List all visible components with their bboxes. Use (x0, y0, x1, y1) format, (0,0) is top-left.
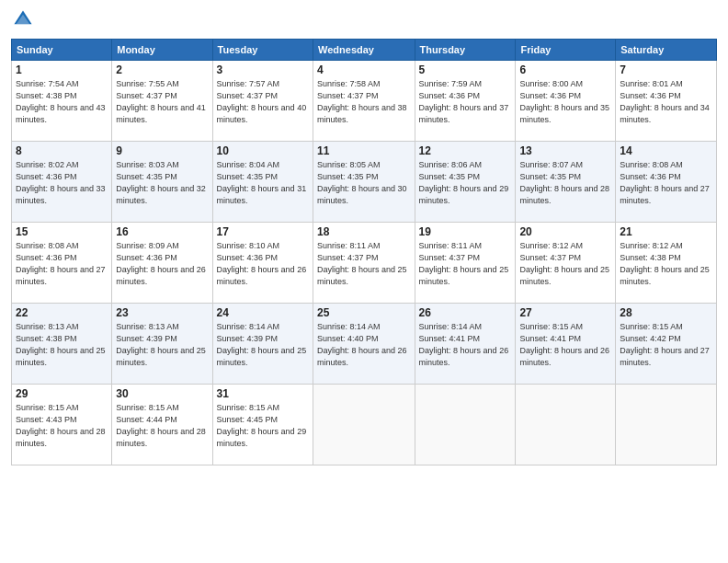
calendar-day-cell: 28 Sunrise: 8:15 AM Sunset: 4:42 PM Dayl… (616, 304, 717, 385)
weekday-header-cell: Monday (112, 40, 212, 61)
day-number: 1 (16, 63, 108, 76)
calendar-day-cell: 6 Sunrise: 8:00 AM Sunset: 4:36 PM Dayli… (516, 61, 616, 142)
day-number: 24 (217, 306, 309, 319)
weekday-header-cell: Thursday (415, 40, 516, 61)
calendar-week-row: 8 Sunrise: 8:02 AM Sunset: 4:36 PM Dayli… (12, 142, 717, 223)
weekday-header-row: SundayMondayTuesdayWednesdayThursdayFrid… (12, 40, 717, 61)
calendar-day-cell: 10 Sunrise: 8:04 AM Sunset: 4:35 PM Dayl… (212, 142, 313, 223)
day-number: 9 (116, 144, 208, 157)
day-info: Sunrise: 8:08 AM Sunset: 4:36 PM Dayligh… (16, 240, 108, 288)
day-number: 4 (317, 63, 411, 76)
calendar-day-cell (616, 385, 717, 465)
day-number: 18 (317, 225, 411, 238)
day-number: 13 (519, 144, 611, 157)
calendar-table: SundayMondayTuesdayWednesdayThursdayFrid… (11, 39, 717, 465)
day-info: Sunrise: 7:55 AM Sunset: 4:37 PM Dayligh… (116, 78, 208, 126)
day-info: Sunrise: 8:15 AM Sunset: 4:43 PM Dayligh… (16, 402, 108, 450)
day-number: 14 (620, 144, 712, 157)
day-number: 3 (217, 63, 309, 76)
day-info: Sunrise: 8:11 AM Sunset: 4:37 PM Dayligh… (317, 240, 411, 288)
calendar-day-cell: 26 Sunrise: 8:14 AM Sunset: 4:41 PM Dayl… (415, 304, 516, 385)
day-number: 7 (620, 63, 712, 76)
day-number: 15 (16, 225, 108, 238)
day-info: Sunrise: 8:02 AM Sunset: 4:36 PM Dayligh… (16, 159, 108, 207)
calendar-day-cell: 19 Sunrise: 8:11 AM Sunset: 4:37 PM Dayl… (415, 223, 516, 304)
day-number: 10 (217, 144, 309, 157)
day-number: 2 (116, 63, 208, 76)
weekday-header-cell: Tuesday (212, 40, 313, 61)
day-info: Sunrise: 8:14 AM Sunset: 4:40 PM Dayligh… (317, 321, 411, 369)
calendar-day-cell: 31 Sunrise: 8:15 AM Sunset: 4:45 PM Dayl… (212, 385, 313, 465)
day-info: Sunrise: 8:10 AM Sunset: 4:36 PM Dayligh… (217, 240, 309, 288)
day-info: Sunrise: 8:14 AM Sunset: 4:41 PM Dayligh… (419, 321, 512, 369)
calendar-day-cell: 22 Sunrise: 8:13 AM Sunset: 4:38 PM Dayl… (12, 304, 112, 385)
calendar-day-cell (313, 385, 415, 465)
day-number: 30 (116, 387, 208, 400)
day-number: 19 (419, 225, 512, 238)
calendar-day-cell: 5 Sunrise: 7:59 AM Sunset: 4:36 PM Dayli… (415, 61, 516, 142)
day-info: Sunrise: 8:15 AM Sunset: 4:45 PM Dayligh… (217, 402, 309, 450)
day-info: Sunrise: 8:13 AM Sunset: 4:38 PM Dayligh… (16, 321, 108, 369)
day-info: Sunrise: 8:15 AM Sunset: 4:41 PM Dayligh… (519, 321, 611, 369)
day-info: Sunrise: 8:06 AM Sunset: 4:35 PM Dayligh… (419, 159, 512, 207)
calendar-day-cell: 15 Sunrise: 8:08 AM Sunset: 4:36 PM Dayl… (12, 223, 112, 304)
calendar-day-cell: 12 Sunrise: 8:06 AM Sunset: 4:35 PM Dayl… (415, 142, 516, 223)
calendar-day-cell: 27 Sunrise: 8:15 AM Sunset: 4:41 PM Dayl… (516, 304, 616, 385)
calendar-day-cell: 1 Sunrise: 7:54 AM Sunset: 4:38 PM Dayli… (12, 61, 112, 142)
calendar-week-row: 1 Sunrise: 7:54 AM Sunset: 4:38 PM Dayli… (12, 61, 717, 142)
day-number: 16 (116, 225, 208, 238)
day-number: 5 (419, 63, 512, 76)
day-number: 12 (419, 144, 512, 157)
day-info: Sunrise: 8:01 AM Sunset: 4:36 PM Dayligh… (620, 78, 712, 126)
calendar-day-cell: 9 Sunrise: 8:03 AM Sunset: 4:35 PM Dayli… (112, 142, 212, 223)
calendar-day-cell: 16 Sunrise: 8:09 AM Sunset: 4:36 PM Dayl… (112, 223, 212, 304)
calendar-day-cell: 14 Sunrise: 8:08 AM Sunset: 4:36 PM Dayl… (616, 142, 717, 223)
day-number: 6 (519, 63, 611, 76)
header (11, 9, 717, 33)
day-info: Sunrise: 8:05 AM Sunset: 4:35 PM Dayligh… (317, 159, 411, 207)
day-number: 28 (620, 306, 712, 319)
day-number: 21 (620, 225, 712, 238)
day-info: Sunrise: 8:03 AM Sunset: 4:35 PM Dayligh… (116, 159, 208, 207)
calendar-day-cell: 3 Sunrise: 7:57 AM Sunset: 4:37 PM Dayli… (212, 61, 313, 142)
calendar-day-cell (415, 385, 516, 465)
calendar-day-cell: 11 Sunrise: 8:05 AM Sunset: 4:35 PM Dayl… (313, 142, 415, 223)
day-number: 11 (317, 144, 411, 157)
day-number: 29 (16, 387, 108, 400)
calendar-day-cell: 4 Sunrise: 7:58 AM Sunset: 4:37 PM Dayli… (313, 61, 415, 142)
calendar-week-row: 29 Sunrise: 8:15 AM Sunset: 4:43 PM Dayl… (12, 385, 717, 465)
day-number: 31 (217, 387, 309, 400)
day-info: Sunrise: 8:09 AM Sunset: 4:36 PM Dayligh… (116, 240, 208, 288)
calendar-day-cell: 8 Sunrise: 8:02 AM Sunset: 4:36 PM Dayli… (12, 142, 112, 223)
main-container: SundayMondayTuesdayWednesdayThursdayFrid… (0, 0, 728, 563)
day-info: Sunrise: 8:15 AM Sunset: 4:42 PM Dayligh… (620, 321, 712, 369)
weekday-header-cell: Saturday (616, 40, 717, 61)
calendar-day-cell: 30 Sunrise: 8:15 AM Sunset: 4:44 PM Dayl… (112, 385, 212, 465)
calendar-day-cell: 13 Sunrise: 8:07 AM Sunset: 4:35 PM Dayl… (516, 142, 616, 223)
calendar-week-row: 22 Sunrise: 8:13 AM Sunset: 4:38 PM Dayl… (12, 304, 717, 385)
weekday-header-cell: Wednesday (313, 40, 415, 61)
day-info: Sunrise: 7:59 AM Sunset: 4:36 PM Dayligh… (419, 78, 512, 126)
calendar-day-cell: 21 Sunrise: 8:12 AM Sunset: 4:38 PM Dayl… (616, 223, 717, 304)
day-number: 17 (217, 225, 309, 238)
calendar-day-cell: 20 Sunrise: 8:12 AM Sunset: 4:37 PM Dayl… (516, 223, 616, 304)
day-info: Sunrise: 8:13 AM Sunset: 4:39 PM Dayligh… (116, 321, 208, 369)
day-info: Sunrise: 8:12 AM Sunset: 4:37 PM Dayligh… (519, 240, 611, 288)
day-number: 20 (519, 225, 611, 238)
day-info: Sunrise: 7:57 AM Sunset: 4:37 PM Dayligh… (217, 78, 309, 126)
day-info: Sunrise: 8:15 AM Sunset: 4:44 PM Dayligh… (116, 402, 208, 450)
day-number: 22 (16, 306, 108, 319)
calendar-day-cell (516, 385, 616, 465)
calendar-week-row: 15 Sunrise: 8:08 AM Sunset: 4:36 PM Dayl… (12, 223, 717, 304)
calendar-day-cell: 23 Sunrise: 8:13 AM Sunset: 4:39 PM Dayl… (112, 304, 212, 385)
day-number: 26 (419, 306, 512, 319)
calendar-day-cell: 17 Sunrise: 8:10 AM Sunset: 4:36 PM Dayl… (212, 223, 313, 304)
calendar-day-cell: 29 Sunrise: 8:15 AM Sunset: 4:43 PM Dayl… (12, 385, 112, 465)
calendar-day-cell: 24 Sunrise: 8:14 AM Sunset: 4:39 PM Dayl… (212, 304, 313, 385)
logo-icon (13, 9, 33, 29)
calendar-day-cell: 18 Sunrise: 8:11 AM Sunset: 4:37 PM Dayl… (313, 223, 415, 304)
day-number: 8 (16, 144, 108, 157)
calendar-day-cell: 7 Sunrise: 8:01 AM Sunset: 4:36 PM Dayli… (616, 61, 717, 142)
day-info: Sunrise: 8:04 AM Sunset: 4:35 PM Dayligh… (217, 159, 309, 207)
calendar-day-cell: 2 Sunrise: 7:55 AM Sunset: 4:37 PM Dayli… (112, 61, 212, 142)
